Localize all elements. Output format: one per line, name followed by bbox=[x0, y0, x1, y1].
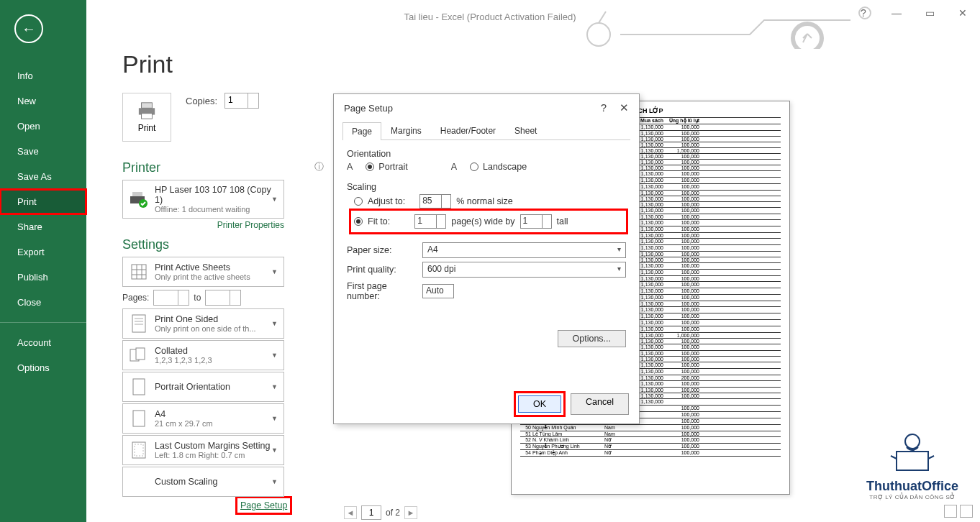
tab-page[interactable]: Page bbox=[342, 122, 381, 140]
svg-line-27 bbox=[928, 456, 934, 459]
sidebar-new[interactable]: New bbox=[0, 88, 86, 114]
svg-rect-4 bbox=[142, 103, 153, 108]
sheets-icon bbox=[129, 262, 149, 282]
svg-point-0 bbox=[587, 23, 610, 46]
cancel-button[interactable]: Cancel bbox=[571, 393, 629, 415]
collated-select[interactable]: Collated1,2,3 1,2,3 1,2,3 ▼ bbox=[122, 340, 284, 370]
chevron-down-icon: ▼ bbox=[271, 196, 278, 203]
copies-input[interactable]: 1 bbox=[224, 93, 259, 109]
adjust-percent-input[interactable]: 85 bbox=[419, 194, 451, 209]
svg-rect-21 bbox=[133, 411, 145, 426]
printer-select[interactable]: HP Laser 103 107 108 (Copy 1) Offline: 1… bbox=[122, 180, 284, 219]
tab-sheet[interactable]: Sheet bbox=[505, 122, 546, 139]
fit-to-radio[interactable] bbox=[354, 217, 363, 226]
sidebar-open[interactable]: Open bbox=[0, 114, 86, 139]
orientation-label: Orientation bbox=[347, 149, 626, 159]
printer-status-icon bbox=[129, 189, 149, 209]
app-title: Tai lieu - Excel (Product Activation Fai… bbox=[0, 12, 980, 22]
close-window-icon[interactable]: ✕ bbox=[953, 7, 973, 19]
print-button-label: Print bbox=[138, 123, 156, 133]
sidebar-save[interactable]: Save bbox=[0, 139, 86, 164]
page-setup-dialog: Page Setup ?✕ Page Margins Header/Footer… bbox=[333, 93, 640, 424]
sidebar-save-as[interactable]: Save As bbox=[0, 164, 86, 189]
dialog-title: Page Setup bbox=[344, 103, 393, 114]
sidebar-publish[interactable]: Publish bbox=[0, 265, 86, 290]
sided-select[interactable]: Print One SidedOnly print on one side of… bbox=[122, 308, 284, 339]
sidebar-print[interactable]: Print bbox=[0, 189, 86, 214]
tab-margins[interactable]: Margins bbox=[381, 122, 431, 139]
printer-status: Offline: 1 document waiting bbox=[155, 205, 278, 214]
print-quality-dropdown[interactable]: 600 dpi bbox=[422, 262, 626, 278]
first-page-label: First page number: bbox=[347, 281, 415, 301]
collated-icon bbox=[129, 345, 149, 365]
settings-heading: Settings bbox=[122, 237, 324, 252]
options-button[interactable]: Options... bbox=[558, 330, 627, 347]
svg-line-26 bbox=[891, 456, 897, 459]
svg-rect-19 bbox=[136, 348, 145, 360]
print-quality-label: Print quality: bbox=[347, 265, 415, 275]
paper-icon bbox=[129, 408, 149, 429]
next-page-button[interactable]: ► bbox=[404, 506, 417, 519]
printer-heading: Printer bbox=[122, 160, 324, 175]
landscape-thumb-icon: A bbox=[451, 162, 457, 172]
svg-rect-5 bbox=[142, 114, 153, 119]
paper-size-select[interactable]: A421 cm x 29.7 cm ▼ bbox=[122, 403, 284, 434]
orientation-select[interactable]: Portrait Orientation ▼ bbox=[122, 372, 284, 402]
page-navigator: ◄ of 2 ► bbox=[344, 505, 417, 520]
portrait-icon bbox=[129, 377, 149, 397]
svg-rect-9 bbox=[132, 265, 146, 279]
landscape-radio[interactable]: Landscape bbox=[470, 162, 527, 172]
prev-page-button[interactable]: ◄ bbox=[344, 506, 357, 519]
ok-button[interactable]: OK bbox=[518, 395, 561, 413]
printer-icon bbox=[136, 101, 158, 120]
scaling-label: Scaling bbox=[347, 182, 626, 192]
minimize-icon[interactable]: — bbox=[886, 7, 907, 19]
print-what-select[interactable]: Print Active SheetsOnly print the active… bbox=[122, 257, 284, 287]
portrait-thumb-icon: A bbox=[347, 162, 353, 172]
sidebar-close[interactable]: Close bbox=[0, 290, 86, 315]
current-page-input[interactable] bbox=[361, 505, 381, 520]
dialog-close-icon[interactable]: ✕ bbox=[620, 101, 629, 114]
paper-size-label: Paper size: bbox=[347, 245, 415, 255]
sidebar-info[interactable]: Info bbox=[0, 63, 86, 88]
back-button[interactable]: ← bbox=[14, 14, 43, 43]
printer-info-icon[interactable]: ⓘ bbox=[314, 160, 324, 173]
svg-rect-20 bbox=[133, 379, 145, 395]
printer-properties-link[interactable]: Printer Properties bbox=[122, 220, 284, 230]
sidebar-share[interactable]: Share bbox=[0, 214, 86, 239]
margins-select[interactable]: Last Custom Margins SettingLeft: 1.8 cm … bbox=[122, 435, 284, 465]
print-button[interactable]: Print bbox=[122, 93, 171, 142]
sidebar-account[interactable]: Account bbox=[0, 330, 86, 355]
svg-rect-7 bbox=[132, 192, 142, 196]
page-icon bbox=[129, 313, 149, 334]
backstage-sidebar: ← Info New Open Save Save As Print Share… bbox=[0, 0, 86, 522]
svg-rect-24 bbox=[897, 452, 928, 470]
fit-tall-input[interactable]: 1 bbox=[520, 214, 552, 229]
restore-icon[interactable]: ▭ bbox=[920, 7, 940, 19]
show-margins-icon[interactable] bbox=[944, 505, 957, 518]
sidebar-options[interactable]: Options bbox=[0, 355, 86, 380]
scaling-select[interactable]: Custom Scaling ▼ bbox=[122, 467, 284, 497]
pages-to-input[interactable] bbox=[205, 290, 241, 306]
portrait-radio[interactable]: Portrait bbox=[366, 162, 407, 172]
svg-rect-14 bbox=[132, 315, 145, 332]
sidebar-export[interactable]: Export bbox=[0, 239, 86, 265]
zoom-to-page-icon[interactable] bbox=[960, 505, 973, 518]
svg-point-25 bbox=[905, 434, 920, 449]
printer-name: HP Laser 103 107 108 (Copy 1) bbox=[155, 185, 278, 205]
svg-point-2 bbox=[793, 24, 822, 49]
fit-wide-input[interactable]: 1 bbox=[414, 214, 446, 229]
tab-header-footer[interactable]: Header/Footer bbox=[431, 122, 505, 139]
dialog-tabs: Page Margins Header/Footer Sheet bbox=[342, 122, 630, 140]
adjust-to-radio[interactable] bbox=[354, 197, 363, 206]
watermark: ThuthuatOffice TRỢ LÝ CỦA DÂN CÔNG SỞ bbox=[866, 430, 958, 500]
pages-label: Pages: bbox=[122, 293, 149, 303]
dialog-help-icon[interactable]: ? bbox=[601, 101, 607, 114]
copies-label: Copies: bbox=[186, 96, 217, 106]
paper-size-dropdown[interactable]: A4 bbox=[422, 242, 626, 258]
page-setup-link[interactable]: Page Setup bbox=[237, 498, 290, 513]
pages-from-input[interactable] bbox=[153, 290, 189, 306]
help-icon[interactable]: ? bbox=[853, 7, 874, 19]
page-title: Print bbox=[122, 50, 324, 78]
first-page-input[interactable]: Auto bbox=[422, 284, 454, 298]
